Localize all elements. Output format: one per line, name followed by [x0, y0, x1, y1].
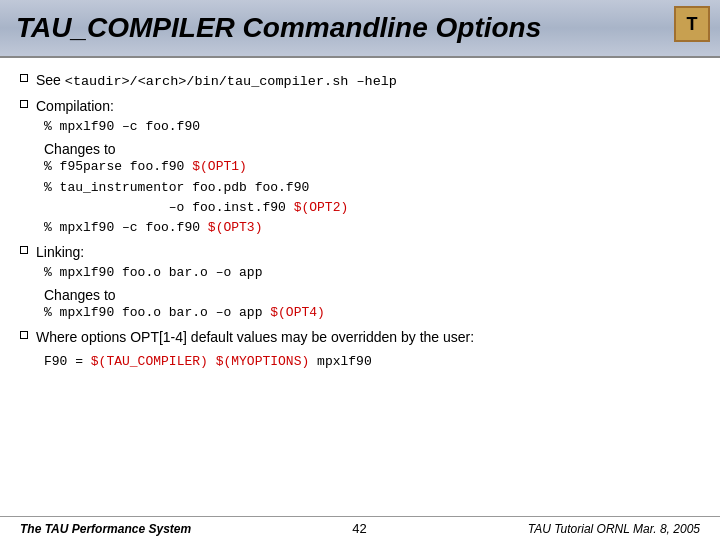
footer-left: The TAU Performance System	[20, 522, 191, 536]
slide-footer: The TAU Performance System 42 TAU Tutori…	[0, 516, 720, 540]
changes-label-2: Changes to	[44, 287, 700, 303]
bullet-marker-1	[20, 74, 28, 82]
bullet-text-4: Where options OPT[1-4] default values ma…	[36, 327, 474, 348]
bullet-marker-4	[20, 331, 28, 339]
bullet-marker-2	[20, 100, 28, 108]
bullet-text-1: See <taudir>/<arch>/bin/tau_compiler.sh …	[36, 70, 397, 92]
bullet-item-3: Linking:	[20, 242, 700, 263]
footer-page-number: 42	[352, 521, 366, 536]
bullet-marker-3	[20, 246, 28, 254]
bullet-text-3: Linking:	[36, 242, 84, 263]
linking-label: Linking:	[36, 244, 84, 260]
opt3: $(OPT3)	[208, 220, 263, 235]
bullet-item-4: Where options OPT[1-4] default values ma…	[20, 327, 700, 348]
bullet-item-1: See <taudir>/<arch>/bin/tau_compiler.sh …	[20, 70, 700, 92]
bullet-item-2: Compilation:	[20, 96, 700, 117]
options-code: F90 = $(TAU_COMPILER) $(MYOPTIONS) mpxlf…	[44, 352, 700, 372]
slide-title: TAU_COMPILER Commandline Options	[16, 12, 541, 44]
bullet-text-2: Compilation:	[36, 96, 114, 117]
opt2: $(OPT2)	[294, 200, 349, 215]
code-inline-1: <taudir>/<arch>/bin/tau_compiler.sh –hel…	[65, 74, 397, 89]
footer-right: TAU Tutorial ORNL Mar. 8, 2005	[528, 522, 700, 536]
slide: TAU_COMPILER Commandline Options T See <…	[0, 0, 720, 540]
tau-logo-icon: T	[674, 6, 710, 42]
linking-code: % mpxlf90 foo.o bar.o –o app	[44, 263, 700, 283]
changes-code-2: % mpxlf90 foo.o bar.o –o app $(OPT4)	[44, 303, 700, 323]
opt4: $(OPT4)	[270, 305, 325, 320]
changes-label-1: Changes to	[44, 141, 700, 157]
tau-compiler-opt: $(TAU_COMPILER)	[91, 354, 208, 369]
slide-content: See <taudir>/<arch>/bin/tau_compiler.sh …	[0, 58, 720, 516]
compilation-code: % mpxlf90 –c foo.f90	[44, 117, 700, 137]
myoptions-opt: $(MYOPTIONS)	[216, 354, 310, 369]
opt1: $(OPT1)	[192, 159, 247, 174]
changes-code-1: % f95parse foo.f90 $(OPT1) % tau_instrum…	[44, 157, 700, 238]
compilation-label: Compilation:	[36, 98, 114, 114]
slide-header: TAU_COMPILER Commandline Options T	[0, 0, 720, 58]
